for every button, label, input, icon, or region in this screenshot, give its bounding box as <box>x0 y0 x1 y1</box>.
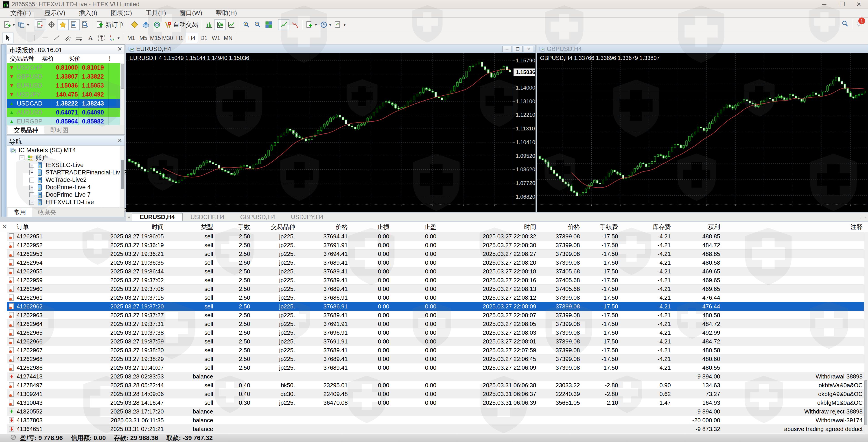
timeframe-mn-button[interactable]: MN <box>222 33 234 43</box>
chart-tab-eurusd-h4[interactable]: EURUSD,H4 <box>132 213 183 221</box>
order-row-41320552[interactable]: 413205522025.03.28 17:17:20balance9 894.… <box>7 407 864 416</box>
order-row-41262955[interactable]: 412629552025.03.27 19:36:44sell2.50jp225… <box>7 267 864 276</box>
terminal-scrollbar[interactable] <box>864 232 868 434</box>
order-row-41357803[interactable]: 413578032025.03.31 06:11:35balance-20 00… <box>7 416 864 425</box>
arrows-tool-tool-button[interactable]: ▼ <box>107 33 121 43</box>
order-row-41310043[interactable]: 413100432025.03.28 14:16:47sell0.30jp225… <box>7 399 864 407</box>
terminal-column-comment[interactable]: 注释 <box>721 222 863 232</box>
chart-tabs-scroll-left-icon[interactable]: ◂ <box>126 213 132 221</box>
timeframe-m30-button[interactable]: M30 <box>161 33 174 43</box>
navigator-close-icon[interactable]: ✕ <box>117 137 122 144</box>
menu-item-5[interactable]: 窗口(W) <box>173 8 209 18</box>
terminal-column-comm[interactable]: 手续费 <box>581 222 618 232</box>
menu-item-1[interactable]: 显示(V) <box>38 8 72 18</box>
order-row-41262959[interactable]: 412629592025.03.27 19:37:02sell2.50jp225… <box>7 276 864 285</box>
terminal-column-t2[interactable]: 时间 <box>437 222 536 232</box>
tpl-ch-button[interactable]: ▼ <box>333 19 347 30</box>
order-row-41262954[interactable]: 412629542025.03.27 19:36:35sell2.50jp225… <box>7 258 864 267</box>
quote-row-usdchf[interactable]: ▼USDCHF0.810000.8101919 <box>7 63 125 72</box>
terminal-column-t1[interactable]: 时间 <box>56 222 164 232</box>
chart-tab-gbpusd-h4[interactable]: GBPUSD,H4 <box>232 213 283 221</box>
quote-row-eurusd[interactable]: ▼EURUSD1.150361.1505317 <box>7 81 125 90</box>
menu-item-6[interactable]: 帮助(H) <box>209 8 244 18</box>
window-minimize-button[interactable]: ─ <box>816 0 832 8</box>
terminal-column-type[interactable]: 类型 <box>165 222 213 232</box>
terminal-column-swap[interactable]: 库存费 <box>619 222 671 232</box>
vline-tool-button[interactable] <box>29 33 40 43</box>
chart-tabs-scroll-left-end-icon[interactable]: ‹ <box>858 213 863 221</box>
order-row-41262966[interactable]: 412629662025.03.27 19:37:59sell2.50jp225… <box>7 337 864 346</box>
label-t-tool-button[interactable]: T <box>96 33 107 43</box>
quote-row-audusd[interactable]: ▲AUDUSD0.640710.6409019 <box>7 108 125 117</box>
autotrading-button[interactable]: 自动交易 <box>163 19 199 30</box>
market-watch-close-icon[interactable]: ✕ <box>117 46 122 53</box>
window-restore-button[interactable]: ❐ <box>834 0 850 8</box>
window-close-button[interactable]: ✕ <box>851 0 867 8</box>
chart-restore-button[interactable]: ❐ <box>513 46 523 52</box>
menu-item-4[interactable]: 工具(T) <box>138 8 173 18</box>
order-row-41262964[interactable]: 412629642025.03.27 19:37:31sell2.50jp225… <box>7 320 864 328</box>
mw-column-3[interactable]: ! <box>77 54 111 63</box>
nav-node-3[interactable]: +STARTRADERFinancial-Live2 <box>9 169 125 176</box>
nav-node-2[interactable]: +IEXSLLC-Live <box>9 161 125 169</box>
nav-node-4[interactable]: +WeTrade-Live2 <box>9 176 125 184</box>
quote-row-usdjpy[interactable]: ▼USDJPY140.475140.49217 <box>7 90 125 99</box>
zoom-out-button[interactable] <box>252 19 263 30</box>
terminal-column-lots[interactable]: 手数 <box>214 222 250 232</box>
order-row-41262952[interactable]: 412629522025.03.27 19:36:19sell2.50jp225… <box>7 241 864 249</box>
nav-node-5[interactable]: +DooPrime-Live 4 <box>9 184 125 191</box>
chart-tab-usdjpy-h4[interactable]: USDJPY,H4 <box>283 213 331 221</box>
mql5-button[interactable] <box>140 19 151 30</box>
zoom-in-button[interactable] <box>241 19 252 30</box>
menu-item-3[interactable]: 图表(C) <box>104 8 139 18</box>
chart-close-button[interactable]: ✕ <box>524 46 533 52</box>
bars-ch-button[interactable] <box>203 19 215 30</box>
order-row-41278497[interactable]: 412784972025.03.28 05:22:44sell0.40hk50.… <box>7 381 864 390</box>
chart-tab-usdchf-h4[interactable]: USDCHF,H4 <box>183 213 232 221</box>
new-chart-button[interactable]: ▼ <box>2 19 17 30</box>
market-watch-button[interactable] <box>35 19 46 30</box>
notifications-icon[interactable]: 1 <box>855 19 866 29</box>
terminal-column-tp[interactable]: 止盈 <box>391 222 436 232</box>
order-row-41364651[interactable]: 413646512025.03.31 07:21:21balance-9 873… <box>7 425 864 434</box>
tiles-button[interactable] <box>263 19 274 30</box>
navigator-button[interactable] <box>57 19 68 30</box>
navigator-tab-0[interactable]: 常用 <box>8 208 32 217</box>
order-row-41262963[interactable]: 412629632025.03.27 19:37:27sell2.50jp225… <box>7 311 864 320</box>
order-row-41262968[interactable]: 412629682025.03.27 19:38:29sell2.50jp225… <box>7 355 864 363</box>
order-row-41274413[interactable]: 412744132025.03.28 02:33:53balance-9 894… <box>7 372 864 381</box>
order-row-41262951[interactable]: 412629512025.03.27 19:36:05sell2.50jp225… <box>7 232 864 241</box>
crosshair-tool-button[interactable] <box>13 33 25 43</box>
tester-button[interactable] <box>80 19 91 30</box>
ind-up-button[interactable] <box>278 19 289 30</box>
chart-gbpusd-plot[interactable]: GBPUSD,H4 1.33766 1.33896 1.33679 1.3380… <box>537 53 868 212</box>
chart-eurusd-titlebar[interactable]: EURUSD,H4 ─ ❐ ✕ <box>126 45 535 53</box>
order-row-41262967[interactable]: 412629672025.03.27 19:38:20sell2.50jp225… <box>7 346 864 355</box>
timeframe-h4-button[interactable]: H4 <box>186 33 198 43</box>
tree-expander-icon[interactable]: + <box>29 163 34 168</box>
tree-expander-icon[interactable]: + <box>29 170 34 175</box>
fibo-tool-button[interactable]: F <box>73 33 85 43</box>
text-a-tool-button[interactable]: A <box>85 33 96 43</box>
terminal-column-sym[interactable]: 交易品种 <box>251 222 295 232</box>
chart-eurusd-plot[interactable]: 1.157901.149001.140001.131001.122101.113… <box>126 53 535 212</box>
menu-item-2[interactable]: 插入(I) <box>72 8 104 18</box>
menu-item-0[interactable]: 文件(F) <box>4 8 38 18</box>
nav-node-0[interactable]: IC Markets (SC) MT4 <box>9 147 125 154</box>
terminal-column-order[interactable]: 订单 <box>17 222 61 232</box>
order-row-41309241[interactable]: 413092412025.03.28 14:09:06sell0.40de30.… <box>7 390 864 399</box>
market-watch-tab-0[interactable]: 交易品种 <box>8 126 44 135</box>
navigator-tab-1[interactable]: 收藏夹 <box>32 208 62 217</box>
mw-column-2[interactable]: 买价 <box>47 54 81 63</box>
order-row-41262962[interactable]: 412629622025.03.27 19:37:20sell2.50jp225… <box>7 302 864 311</box>
terminal-column-profit[interactable]: 获利 <box>672 222 720 232</box>
timeframe-d1-button[interactable]: D1 <box>198 33 210 43</box>
line-ch-button[interactable] <box>226 19 237 30</box>
profiles-button[interactable]: ▼ <box>17 19 31 30</box>
navigator-scrollbar[interactable] <box>120 146 125 207</box>
nav-node-1[interactable]: −账户 <box>9 154 125 161</box>
nav-node-6[interactable]: +DooPrime-Live 7 <box>9 191 125 199</box>
terminal-column-p2[interactable]: 价格 <box>537 222 580 232</box>
quote-row-eurgbp[interactable]: ▲EURGBP0.859640.8598218 <box>7 117 125 126</box>
hline-tool-button[interactable] <box>40 33 51 43</box>
